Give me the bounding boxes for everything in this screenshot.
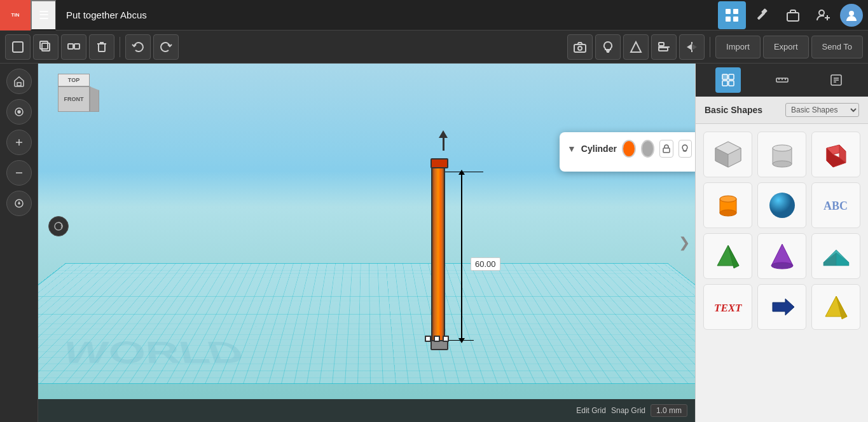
main-layout: WORLD TOP FRONT 6: [0, 64, 868, 422]
canvas-area[interactable]: WORLD TOP FRONT 6: [38, 64, 695, 422]
duplicate-button[interactable]: [33, 34, 59, 60]
shape-cylinder-gray[interactable]: [757, 132, 806, 177]
shapes-category-select[interactable]: Basic Shapes Text & Numbers Connectors A…: [785, 103, 859, 117]
redo-button[interactable]: [153, 34, 179, 60]
drag-handle-left[interactable]: [425, 336, 431, 342]
shape-cylinder-orange[interactable]: [703, 182, 752, 228]
zoom-out-button[interactable]: [6, 160, 32, 186]
lock-button[interactable]: [659, 140, 673, 158]
svg-marker-22: [631, 42, 641, 52]
svg-rect-15: [74, 44, 79, 49]
svg-rect-42: [729, 74, 734, 79]
shape-pyramid-yellow[interactable]: [811, 284, 860, 330]
svg-rect-17: [99, 44, 105, 51]
shape-sphere[interactable]: [757, 182, 806, 228]
left-sidebar: [0, 64, 38, 422]
zoom-in-button[interactable]: [6, 130, 32, 155]
topbar: TIN ☰ Put together Abcus: [0, 0, 868, 31]
height-top-arrow: [458, 170, 465, 175]
toolbar: Import Export Send To: [0, 31, 868, 64]
canvas-bottom-bar: Edit Grid Snap Grid 1.0 mm: [38, 399, 695, 422]
svg-rect-0: [726, 9, 731, 14]
snap-grid-label: Snap Grid: [611, 406, 645, 415]
notes-panel-button[interactable]: [823, 67, 849, 93]
shapes-button[interactable]: [623, 34, 649, 60]
svg-point-67: [769, 193, 795, 218]
shape-box-gray[interactable]: [703, 132, 752, 177]
height-vertical-line: [461, 172, 462, 340]
grid-panel-button[interactable]: [715, 67, 741, 93]
shapes-grid: ABC: [696, 124, 868, 337]
top-move-arrow[interactable]: [439, 130, 448, 151]
ruler-panel-button[interactable]: [769, 67, 795, 93]
top-arrow-head: [439, 130, 448, 138]
shape-roof[interactable]: [811, 233, 860, 279]
svg-rect-14: [68, 44, 73, 49]
reset-view-button[interactable]: [6, 191, 32, 216]
add-user-button[interactable]: [809, 1, 837, 29]
cube-orientation-indicator: TOP FRONT: [48, 74, 99, 125]
toolbar-divider-2: [710, 37, 710, 57]
svg-point-72: [771, 262, 793, 269]
svg-rect-12: [42, 43, 50, 51]
briefcase-button[interactable]: [779, 1, 807, 29]
drag-handle-center[interactable]: [434, 336, 440, 342]
shape-cube-red[interactable]: [811, 132, 860, 177]
rotate-control[interactable]: [48, 216, 69, 236]
delete-button[interactable]: [89, 34, 114, 60]
svg-text:TEXT: TEXT: [714, 302, 742, 314]
group-button[interactable]: [61, 34, 86, 60]
shape-cone-purple[interactable]: [757, 233, 806, 279]
color-swatch-orange[interactable]: [622, 140, 636, 158]
cube-right-face: [90, 86, 99, 112]
drag-handle-right[interactable]: [443, 336, 449, 342]
svg-rect-18: [574, 44, 586, 52]
chevron-right-button[interactable]: ❯: [679, 235, 690, 251]
panel-header: ▼ Cylinder: [567, 140, 692, 158]
avatar-button[interactable]: [840, 4, 863, 27]
svg-rect-2: [726, 17, 731, 22]
undo-button[interactable]: [125, 34, 151, 60]
cube-front-face: FRONT: [58, 86, 90, 112]
shape-text-red[interactable]: TEXT: [703, 284, 752, 330]
svg-point-37: [18, 203, 20, 204]
svg-rect-6: [787, 13, 799, 21]
toolbar-divider-1: [120, 37, 120, 57]
svg-rect-11: [13, 42, 23, 52]
panel-title: Cylinder: [581, 144, 617, 154]
svg-point-19: [578, 46, 582, 50]
edit-grid-button[interactable]: Edit Grid: [576, 406, 606, 415]
new-shape-button[interactable]: [5, 34, 31, 60]
lightbulb-panel-button[interactable]: [679, 140, 692, 158]
align-button[interactable]: [651, 34, 677, 60]
shape-pyramid-green[interactable]: [703, 233, 752, 279]
menu-button[interactable]: ☰: [31, 0, 56, 31]
logo-text: TIN: [11, 13, 20, 18]
sendto-button[interactable]: Send To: [811, 36, 863, 58]
snap-value-button[interactable]: 1.0 mm: [651, 404, 687, 417]
svg-rect-24: [659, 48, 668, 51]
fit-view-button[interactable]: [6, 99, 32, 125]
lightbulb-button[interactable]: [595, 34, 621, 60]
shape-arrow-blue[interactable]: [757, 284, 806, 330]
cube-top-face: TOP: [58, 74, 90, 86]
height-bottom-arrow: [458, 338, 465, 343]
svg-point-59: [773, 161, 792, 167]
logo: TIN: [0, 0, 31, 31]
shapes-title: Basic Shapes: [705, 105, 762, 115]
grid-view-button[interactable]: [718, 1, 746, 29]
shape-text[interactable]: ABC: [811, 182, 860, 228]
panel-dropdown-button[interactable]: ▼: [567, 144, 576, 154]
home-button[interactable]: [6, 69, 32, 94]
camera-button[interactable]: [567, 34, 593, 60]
mirror-button[interactable]: [679, 34, 705, 60]
import-button[interactable]: Import: [715, 36, 761, 58]
svg-rect-41: [722, 74, 727, 79]
export-button[interactable]: Export: [763, 36, 809, 58]
svg-point-58: [773, 145, 792, 151]
cube-face: TOP FRONT: [48, 74, 99, 125]
color-swatch-gray[interactable]: [641, 140, 655, 158]
svg-rect-29: [17, 83, 21, 86]
hammer-button[interactable]: [748, 1, 776, 29]
svg-marker-77: [773, 299, 794, 315]
